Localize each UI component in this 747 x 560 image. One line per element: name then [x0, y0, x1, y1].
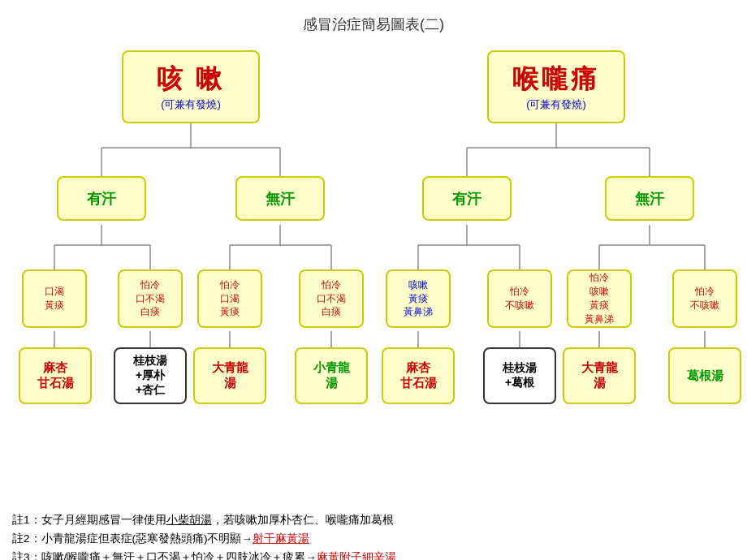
- sweat-label-2: 無汗: [266, 189, 295, 209]
- medicine-box-3: 大青龍湯: [193, 347, 266, 404]
- sweat-box-4: 無汗: [605, 176, 694, 221]
- page-title: 感冒治症簡易圖表(二): [0, 15, 747, 34]
- sweat-label-4: 無汗: [635, 189, 664, 209]
- throat-sub: (可兼有發燒): [526, 97, 586, 112]
- symptom-box-8: 怕冷不咳嗽: [672, 269, 737, 328]
- symptom-box-7: 怕冷咳嗽黃痰黃鼻涕: [567, 269, 632, 328]
- cough-main: 咳 嗽: [157, 62, 226, 97]
- sweat-label-3: 有汗: [452, 189, 481, 209]
- sweat-label-1: 有汗: [87, 189, 116, 209]
- symptom-box-1: 口渴黃痰: [22, 269, 87, 328]
- note-2: 註2：小青龍湯症但表症(惡寒發熱頭痛)不明顯→射干麻黃湯: [12, 530, 735, 549]
- sweat-box-3: 有汗: [422, 176, 512, 221]
- note-3: 註3：咳嗽/喉嚨痛＋無汗＋口不渴＋怕冷＋四肢冰冷＋疲累→麻黃附子細辛湯: [12, 549, 735, 560]
- medicine-box-1: 麻杏甘石湯: [19, 347, 92, 404]
- diagram: 咳 嗽 (可兼有發燒) 喉嚨痛 (可兼有發燒) 有汗 無汗 有汗 無汗 口渴黃痰…: [8, 42, 739, 505]
- medicine-box-6: 桂枝湯+葛根: [483, 347, 556, 404]
- symptom-box-3: 怕冷口渴黃痰: [197, 269, 262, 328]
- symptom-box-6: 怕冷不咳嗽: [487, 269, 552, 328]
- medicine-box-2: 桂枝湯+厚朴+杏仁: [114, 347, 187, 404]
- medicine-box-4: 小青龍湯: [295, 347, 368, 404]
- sweat-box-2: 無汗: [235, 176, 325, 221]
- symptom-box-5: 咳嗽黃痰黃鼻涕: [386, 269, 451, 328]
- notes-section: 註1：女子月經期感冒一律使用小柴胡湯，若咳嗽加厚朴杏仁、喉嚨痛加葛根 註2：小青…: [12, 511, 735, 560]
- medicine-box-7: 大青龍湯: [563, 347, 636, 404]
- symptom-box-4: 怕冷口不渴白痰: [299, 269, 364, 328]
- throat-main: 喉嚨痛: [512, 62, 600, 97]
- note-1: 註1：女子月經期感冒一律使用小柴胡湯，若咳嗽加厚朴杏仁、喉嚨痛加葛根: [12, 511, 735, 530]
- medicine-box-8: 葛根湯: [668, 347, 741, 404]
- cough-box: 咳 嗽 (可兼有發燒): [122, 50, 260, 123]
- medicine-box-5: 麻杏甘石湯: [382, 347, 455, 404]
- cough-sub: (可兼有發燒): [161, 97, 221, 112]
- sweat-box-1: 有汗: [57, 176, 146, 221]
- symptom-box-2: 怕冷口不渴白痰: [118, 269, 183, 328]
- throat-box: 喉嚨痛 (可兼有發燒): [487, 50, 625, 123]
